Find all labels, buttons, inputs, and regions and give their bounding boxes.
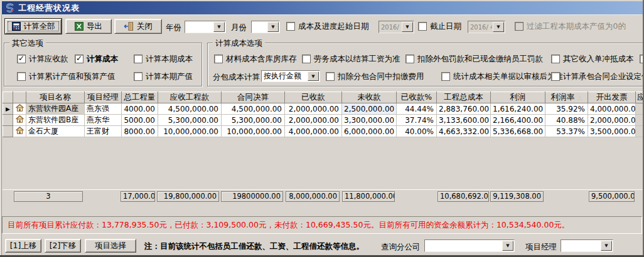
contract-enterprise-info-checkbox[interactable]: 计算承包合同企业设定信息 xyxy=(551,72,644,81)
column-header-8[interactable]: 工程总成本 xyxy=(437,92,491,103)
cell-5[interactable]: 2,000,000.00 xyxy=(285,115,342,126)
column-header-2[interactable]: 总工程量 xyxy=(122,92,158,103)
table-row[interactable]: 金石大厦王富财8000.0010,000,000.0010,000,000.00… xyxy=(3,126,644,137)
cell-5[interactable]: 2,000,000.00 xyxy=(285,103,342,115)
cell-2[interactable]: 5000.00 xyxy=(122,115,158,126)
cell-4[interactable]: 5,300,000.00 xyxy=(222,115,285,126)
year-label: 年份 xyxy=(166,23,181,33)
row-selector-cell[interactable]: ▶ xyxy=(3,103,13,115)
year-combobox[interactable]: ▼ xyxy=(185,21,226,33)
cell-2[interactable]: 4000.00 xyxy=(122,103,158,115)
column-header-5[interactable]: 已收款 xyxy=(285,92,342,103)
start-date-checkbox[interactable]: 成本及进度起始日期 xyxy=(286,22,369,31)
column-header-0[interactable]: 项目名称 xyxy=(26,92,85,103)
project-select-button[interactable]: 项目选择 xyxy=(85,239,136,253)
cell-10[interactable]: 40.88% xyxy=(545,115,588,126)
month-combobox[interactable]: ▼ xyxy=(251,21,280,33)
cell-11[interactable]: 2,000,000.00 xyxy=(588,115,636,126)
calc-current-output-checkbox[interactable]: 计算本期产值 xyxy=(134,72,193,81)
column-header-6[interactable]: 未收款 xyxy=(342,92,397,103)
deduct-subcontract-fees-checkbox[interactable]: 扣除分包合同中扣缴费用 xyxy=(326,72,424,81)
cell-4[interactable]: 4,500,000.00 xyxy=(222,103,285,115)
cell-10[interactable]: 53.37% xyxy=(545,126,588,137)
chevron-down-icon[interactable]: ▼ xyxy=(502,241,513,251)
manager-combobox[interactable]: ▼ xyxy=(561,239,613,252)
checkbox-label: 其它收入单冲抵成本 xyxy=(563,54,634,65)
cell-5[interactable]: 4,000,000.00 xyxy=(285,126,342,137)
cell-7[interactable]: 44.44% xyxy=(397,103,437,115)
row-selector-cell[interactable] xyxy=(3,115,13,126)
cell-4[interactable]: 10,000,000.00 xyxy=(222,126,285,137)
labor-wage-checkbox[interactable]: 劳务成本以结算工资为准 xyxy=(302,55,400,63)
cell-3[interactable]: 10,000,000.00 xyxy=(158,126,222,137)
cell-8[interactable]: 3,133,600.00 xyxy=(437,115,491,126)
table-row[interactable]: ▶东营软件园A座燕东强4000.004,500,000.004,500,000.… xyxy=(3,103,644,115)
cell-0[interactable]: 东营软件园B座 xyxy=(26,115,85,126)
summary-total-quantity: 17,000.00 xyxy=(121,191,155,202)
app-icon xyxy=(5,3,14,13)
calc-receivable-checkbox[interactable]: 计算应收款 xyxy=(17,55,68,63)
deduct-fines-checkbox[interactable]: 扣除外包罚款和已现金缴纳员工罚款 xyxy=(405,55,543,63)
column-header-label: 利润率 xyxy=(551,92,575,102)
chevron-down-icon[interactable]: ▼ xyxy=(308,71,319,81)
calc-cost-checkbox[interactable]: 计算成本 xyxy=(75,55,118,63)
export-button[interactable]: 导出 xyxy=(65,19,112,34)
column-header-7[interactable]: 已收款% xyxy=(397,92,437,103)
project-table[interactable]: 项目名称项目经理总工程量应收工程款合同决算已收款未收款已收款%工程总成本利润利润… xyxy=(3,92,644,137)
cell-3[interactable]: 5,300,000.00 xyxy=(158,115,222,126)
column-header-4[interactable]: 合同决算 xyxy=(222,92,285,103)
chevron-down-icon[interactable]: ▼ xyxy=(267,22,279,32)
cell-9[interactable]: 5,336,668.00 xyxy=(491,126,545,137)
move-up-button[interactable]: [1]上移 xyxy=(5,239,41,253)
calc-all-button[interactable]: 计算全部 xyxy=(5,19,62,34)
other-income-offset-checkbox[interactable]: 其它收入单冲抵成本 xyxy=(551,55,634,63)
end-date-checkbox[interactable]: 截止日期 xyxy=(418,22,461,31)
column-header-10[interactable]: 利润率△ xyxy=(545,92,588,103)
chevron-down-icon[interactable]: ▼ xyxy=(601,241,612,251)
calc-cumulative-output-checkbox[interactable]: 计算累计产值和预算产值 xyxy=(17,72,115,81)
app-window: 工程经营状况表 计算全部 导出 xyxy=(0,0,644,257)
cell-1[interactable]: 王富财 xyxy=(85,126,122,137)
cell-0[interactable]: 金石大厦 xyxy=(26,126,85,137)
cell-10[interactable]: 35.92% xyxy=(545,103,588,115)
cell-11[interactable]: 4,000,000.00 xyxy=(588,103,636,115)
cell-6[interactable]: 6,000,000.00 xyxy=(342,126,397,137)
cell-11[interactable]: 3,500,000.00 xyxy=(588,126,636,137)
house-icon xyxy=(16,116,24,125)
cell-9[interactable]: 1,616,240.00 xyxy=(491,103,545,115)
cell-1[interactable]: 燕东强 xyxy=(85,103,122,115)
move-down-button[interactable]: [2]下移 xyxy=(45,239,81,253)
cell-8[interactable]: 2,883,760.00 xyxy=(437,103,491,115)
start-date-value: 2016/ 4/25 xyxy=(379,24,401,31)
cell-3[interactable]: 4,500,000.00 xyxy=(158,103,222,115)
cell-0[interactable]: 东营软件园A座 xyxy=(26,103,85,115)
column-header-9[interactable]: 利润 xyxy=(491,92,545,103)
cell-2[interactable]: 8000.00 xyxy=(122,126,158,137)
toolbar-divider xyxy=(2,14,642,15)
cell-7[interactable]: 40.00% xyxy=(397,126,437,137)
close-button[interactable]: 关闭 xyxy=(114,19,162,34)
cell-6[interactable]: 2,500,000.00 xyxy=(342,103,397,115)
column-header-1[interactable]: 项目经理 xyxy=(85,92,122,103)
cell-7[interactable]: 37.74% xyxy=(397,115,437,126)
stats-after-audit-checkbox[interactable]: 统计成本相关单据以审核后为准 xyxy=(441,72,563,81)
subcontract-combobox[interactable]: 按执行金额 ▼ xyxy=(261,70,320,82)
row-selector-cell[interactable] xyxy=(3,126,13,137)
material-stock-checkbox[interactable]: 材料成本含库房库存 xyxy=(214,55,297,63)
chevron-down-icon: ▼ xyxy=(402,22,413,32)
table-row[interactable]: 东营软件园B座燕东华5000.005,300,000.005,300,000.0… xyxy=(3,115,644,126)
checkbox-box xyxy=(134,72,142,81)
column-header-11[interactable]: 开出发票 xyxy=(588,92,636,103)
branch-combobox[interactable]: ▼ xyxy=(424,239,515,252)
export-label: 导出 xyxy=(87,21,102,32)
cell-6[interactable]: 3,300,000.00 xyxy=(342,115,397,126)
chevron-down-icon[interactable]: ▼ xyxy=(213,22,225,32)
column-header-label: 项目名称 xyxy=(40,92,71,102)
cell-8[interactable]: 4,663,332.00 xyxy=(437,126,491,137)
column-header-3[interactable]: 应收工程款 xyxy=(158,92,222,103)
summary-total-cost: 10,680,692.00 xyxy=(437,191,489,202)
subcontract-label: 分包成本计算 xyxy=(213,72,260,83)
cell-9[interactable]: 2,166,400.00 xyxy=(491,115,545,126)
cell-1[interactable]: 燕东华 xyxy=(85,115,122,126)
calc-current-cost-checkbox[interactable]: 计算本期成本 xyxy=(134,55,193,63)
